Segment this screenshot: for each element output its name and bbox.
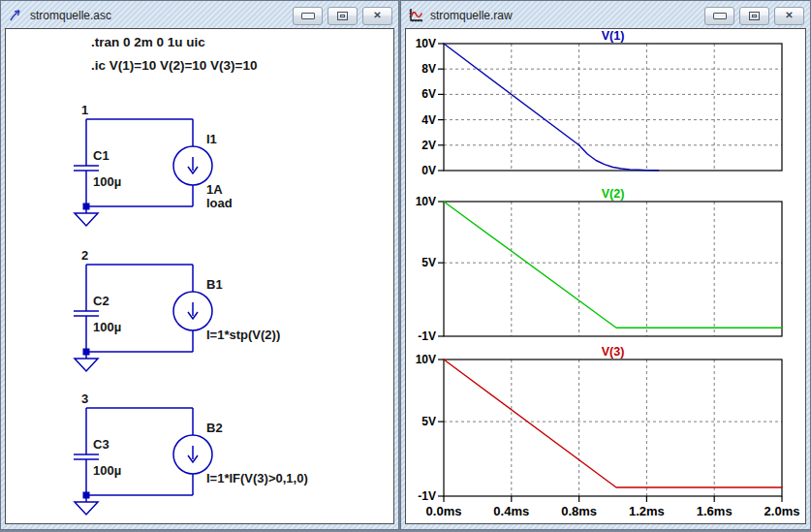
x-tick-label: 1.2ms — [629, 504, 665, 518]
close-icon: ✕ — [785, 11, 793, 20]
waveform-window-title: stromquelle.raw — [430, 9, 513, 22]
x-tick-label: 1.6ms — [697, 504, 733, 518]
schematic-minimize-button[interactable] — [293, 7, 323, 25]
plot-frame — [444, 360, 782, 496]
source-value: I=1*stp(V(2)) — [206, 328, 280, 342]
restore-icon — [749, 12, 760, 20]
schematic-titlebar[interactable]: stromquelle.asc ✕ — [1, 1, 398, 28]
y-tick-label: 2V — [421, 139, 436, 152]
x-tick-label: 0.0ms — [426, 504, 462, 518]
plot-panel-V(1)[interactable]: V(1)0V2V4V6V8V10V — [416, 29, 782, 177]
schematic-window[interactable]: stromquelle.asc ✕ .tran 0 2m 0 1u uic.ic… — [0, 0, 399, 530]
y-tick-label: 4V — [421, 113, 436, 127]
waveform-drawing: V(1)0V2V4V6V8V10VV(2)-1V5V10VV(3)-1V5V10… — [406, 29, 806, 524]
waveform-window[interactable]: stromquelle.raw ✕ V(1)0V2V4V6V8V10VV(2)-… — [400, 0, 811, 530]
capacitor-value: 100µ — [93, 320, 121, 334]
x-tick-label: 2.0ms — [764, 504, 800, 518]
schematic-restore-button[interactable] — [328, 7, 358, 25]
trace-V(3) — [444, 360, 782, 487]
capacitor-value: 100µ — [93, 463, 121, 478]
trace-V(1) — [444, 44, 659, 171]
schematic-window-title: stromquelle.asc — [30, 9, 111, 22]
schematic-app-icon — [8, 8, 24, 23]
y-tick-label: -1V — [418, 489, 436, 503]
source-value: 1A — [206, 182, 223, 197]
waveform-restore-button[interactable] — [739, 7, 769, 25]
y-tick-label: 5V — [421, 256, 436, 269]
spice-directive: .ic V(1)=10 V(2)=10 V(3)=10 — [91, 58, 257, 73]
y-tick-label: 0V — [421, 164, 436, 177]
capacitor-name: C3 — [93, 437, 109, 452]
x-tick-label: 0.4ms — [493, 504, 529, 518]
y-tick-label: 8V — [421, 62, 436, 76]
source-extra-label: load — [206, 196, 233, 210]
minimize-icon — [301, 13, 315, 19]
node-label: 1 — [81, 103, 88, 117]
circuit-2: 2C2100µB1I=1*stp(V(2)) — [74, 248, 280, 371]
ground-symbol — [75, 213, 98, 226]
waveform-close-button[interactable]: ✕ — [774, 7, 804, 25]
trace-title: V(2) — [602, 187, 625, 201]
waveform-minimize-button[interactable] — [704, 7, 734, 25]
y-tick-label: 10V — [416, 353, 436, 366]
schematic-canvas[interactable]: .tran 0 2m 0 1u uic.ic V(1)=10 V(2)=10 V… — [5, 28, 394, 524]
schematic-window-controls: ✕ — [293, 7, 392, 25]
capacitor-value: 100µ — [93, 174, 121, 189]
trace-title: V(3) — [602, 345, 625, 359]
plot-panel-V(2)[interactable]: V(2)-1V5V10V — [416, 187, 782, 343]
source-value: I=1*IF(V(3)>0,1,0) — [206, 471, 308, 485]
waveform-window-controls: ✕ — [704, 7, 804, 25]
capacitor-name: C2 — [93, 294, 109, 308]
node-label: 3 — [81, 391, 88, 406]
ground-symbol — [75, 502, 98, 515]
ground-symbol — [75, 359, 98, 371]
plot-panel-V(3)[interactable]: V(3)-1V5V10V0.0ms0.4ms0.8ms1.2ms1.6ms2.0… — [416, 345, 800, 518]
close-icon: ✕ — [373, 11, 381, 20]
source-name: B2 — [206, 421, 223, 435]
source-name: B1 — [206, 277, 223, 292]
node-label: 2 — [81, 248, 88, 263]
source-name: I1 — [206, 132, 217, 146]
waveform-app-icon — [408, 8, 424, 23]
x-tick-label: 0.8ms — [561, 504, 597, 518]
plot-frame — [444, 202, 782, 336]
y-tick-label: 10V — [416, 195, 436, 208]
y-tick-label: -1V — [418, 329, 436, 343]
y-tick-label: 6V — [421, 87, 436, 101]
trace-title: V(1) — [602, 29, 625, 43]
circuit-1: 1C1100µI11Aload — [74, 103, 233, 226]
y-tick-label: 10V — [416, 37, 436, 50]
schematic-drawing: .tran 0 2m 0 1u uic.ic V(1)=10 V(2)=10 V… — [6, 29, 394, 524]
waveform-titlebar[interactable]: stromquelle.raw ✕ — [401, 1, 810, 28]
circuit-3: 3C3100µB2I=1*IF(V(3)>0,1,0) — [74, 391, 308, 515]
schematic-close-button[interactable]: ✕ — [362, 7, 392, 25]
y-tick-label: 5V — [421, 415, 436, 428]
desktop: { "windows": { "schematic": { "title": "… — [0, 0, 811, 532]
spice-directive: .tran 0 2m 0 1u uic — [91, 35, 205, 49]
restore-icon — [337, 12, 348, 20]
capacitor-name: C1 — [93, 148, 109, 163]
waveform-canvas[interactable]: V(1)0V2V4V6V8V10VV(2)-1V5V10VV(3)-1V5V10… — [405, 28, 806, 524]
minimize-icon — [713, 13, 727, 19]
trace-V(2) — [444, 202, 782, 328]
plot-frame — [444, 44, 782, 171]
